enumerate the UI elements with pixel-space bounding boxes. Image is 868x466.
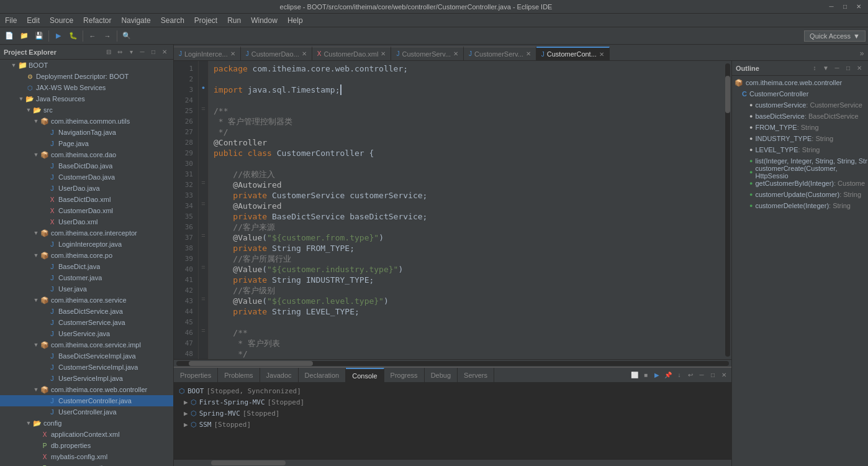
menu-project[interactable]: Project bbox=[189, 14, 222, 27]
console-clear-btn[interactable]: ⬜ bbox=[630, 370, 640, 380]
tree-item-dbprops[interactable]: P db.properties bbox=[0, 440, 173, 451]
outline-item-method-getbyid[interactable]: ● getCustomerById(Integer) : Custome bbox=[732, 178, 868, 189]
h-scroll-thumb[interactable] bbox=[189, 361, 313, 366]
tab-customerservimpl[interactable]: J CustomerServ... ✕ bbox=[464, 47, 536, 60]
tree-item-usercontroller[interactable]: J UserController.java bbox=[0, 406, 173, 418]
new-btn[interactable]: 📄 bbox=[2, 29, 16, 43]
run-btn[interactable]: ▶ bbox=[52, 29, 65, 43]
title-controls[interactable]: ─ □ ✕ bbox=[827, 2, 863, 11]
console-max-btn[interactable]: □ bbox=[708, 370, 718, 380]
tab-close-3[interactable]: ✕ bbox=[381, 50, 386, 57]
outline-item-method-create[interactable]: ● customerCreate(Customer, HttpSessio bbox=[732, 167, 868, 178]
outline-item-method-delete[interactable]: ● customerDelete(Integer) : String bbox=[732, 200, 868, 211]
bottom-tab-properties[interactable]: Properties bbox=[174, 368, 218, 383]
outline-item-pkg[interactable]: 📦 com.itheima.core.web.controller bbox=[732, 77, 868, 88]
tab-customerdaojava[interactable]: J CustomerDao... ✕ bbox=[241, 47, 312, 60]
outline-min-btn[interactable]: ─ bbox=[832, 63, 842, 73]
tab-overflow-btn[interactable]: » bbox=[856, 47, 868, 60]
tree-item-customerserviceimpl[interactable]: J CustomerServiceImpl.java bbox=[0, 362, 173, 373]
console-pin-btn[interactable]: 📌 bbox=[663, 370, 673, 380]
tab-logininterce[interactable]: J LoginInterce... ✕ bbox=[174, 47, 241, 60]
console-min-btn[interactable]: ─ bbox=[697, 370, 707, 380]
outline-item-method-update[interactable]: ● customerUpdate(Customer) : String bbox=[732, 189, 868, 200]
tree-item-customerservice[interactable]: J CustomerService.java bbox=[0, 317, 173, 328]
tree-item-pkg-utils[interactable]: ▼ 📦 com.itheima.common.utils bbox=[0, 116, 173, 127]
menu-source[interactable]: Source bbox=[45, 14, 78, 27]
bottom-tab-problems[interactable]: Problems bbox=[218, 368, 260, 383]
tree-item-pkg-interceptor[interactable]: ▼ 📦 com.itheima.core.interceptor bbox=[0, 227, 173, 239]
menu-edit[interactable]: Edit bbox=[22, 14, 45, 27]
outline-item-field-basedictservice[interactable]: ● baseDictService : BaseDictService bbox=[732, 111, 868, 122]
console-scroll-btn[interactable]: ↓ bbox=[674, 370, 684, 380]
tree-item-basedict[interactable]: J BaseDict.java bbox=[0, 261, 173, 272]
tree-item-pkg-po[interactable]: ▼ 📦 com.itheima.core.po bbox=[0, 250, 173, 261]
outline-item-field-customerservice[interactable]: ● customerService : CustomerService bbox=[732, 99, 868, 111]
code-editor-content[interactable]: package com.itheima.core.web.controller;… bbox=[209, 61, 724, 359]
console-run-btn[interactable]: ▶ bbox=[652, 370, 662, 380]
menu-navigate[interactable]: Navigate bbox=[116, 14, 155, 27]
tree-item-logininterceptor[interactable]: J LoginInterceptor.java bbox=[0, 239, 173, 250]
bottom-tab-servers[interactable]: Servers bbox=[458, 368, 494, 383]
tree-item-boot[interactable]: ▼ 📁 BOOT bbox=[0, 60, 173, 71]
bottom-h-thumb[interactable] bbox=[211, 460, 286, 465]
h-scroll-track[interactable] bbox=[176, 361, 729, 366]
tree-item-pkg-controller[interactable]: ▼ 📦 com.itheima.core.web.controller bbox=[0, 384, 173, 395]
bottom-tab-debug[interactable]: Debug bbox=[425, 368, 458, 383]
menu-help[interactable]: Help bbox=[283, 14, 308, 27]
open-btn[interactable]: 📁 bbox=[17, 29, 31, 43]
bottom-tab-progress[interactable]: Progress bbox=[384, 368, 425, 383]
tree-item-jax[interactable]: ⬡ JAX-WS Web Services bbox=[0, 82, 173, 93]
editor-v-scrollbar[interactable] bbox=[724, 61, 731, 359]
explorer-min-btn[interactable]: ─ bbox=[137, 47, 147, 57]
tree-item-deploy[interactable]: ⚙ Deployment Descriptor: BOOT bbox=[0, 71, 173, 82]
tree-item-pkg-service[interactable]: ▼ 📦 com.itheima.core.service bbox=[0, 295, 173, 306]
console-close-btn[interactable]: ✕ bbox=[719, 370, 729, 380]
editor-scroll-area[interactable]: 1 2 3 24 25 26 27 28 29 30 31 32 33 34 bbox=[174, 61, 731, 359]
tab-close-5[interactable]: ✕ bbox=[526, 50, 531, 57]
console-stop-btn[interactable]: ■ bbox=[641, 370, 651, 380]
outline-item-field-leveltype[interactable]: ● LEVEL_TYPE : String bbox=[732, 144, 868, 155]
save-btn[interactable]: 💾 bbox=[32, 29, 46, 43]
back-btn[interactable]: ← bbox=[86, 29, 99, 43]
tree-item-navtag[interactable]: J NavigationTag.java bbox=[0, 127, 173, 138]
console-content[interactable]: ⬡ BOOT [Stopped, Synchronized] ▶ ⬡ First… bbox=[174, 383, 731, 460]
outline-sort-btn[interactable]: ↕ bbox=[810, 63, 820, 73]
tree-item-basedictdao[interactable]: J BaseDictDao.java bbox=[0, 160, 173, 171]
minimize-btn[interactable]: ─ bbox=[827, 2, 836, 11]
tree-item-customerdaoxml[interactable]: X CustomerDao.xml bbox=[0, 205, 173, 216]
tree-item-pkg-impl[interactable]: ▼ 📦 com.itheima.core.service.impl bbox=[0, 339, 173, 350]
menu-file[interactable]: File bbox=[0, 14, 22, 27]
menu-refactor[interactable]: Refactor bbox=[78, 14, 116, 27]
close-btn[interactable]: ✕ bbox=[854, 2, 863, 11]
search-btn[interactable]: 🔍 bbox=[120, 29, 133, 43]
tab-close-1[interactable]: ✕ bbox=[230, 50, 235, 57]
tab-customerdaoxml[interactable]: X CustomerDao.xml ✕ bbox=[312, 47, 392, 60]
forward-btn[interactable]: → bbox=[101, 29, 114, 43]
explorer-tree[interactable]: ▼ 📁 BOOT ⚙ Deployment Descriptor: BOOT ⬡… bbox=[0, 60, 173, 466]
v-scroll-track[interactable] bbox=[725, 63, 730, 357]
outline-item-field-industrytype[interactable]: ● INDUSTRY_TYPE : String bbox=[732, 133, 868, 144]
tree-item-customerdao[interactable]: J CustomerDao.java bbox=[0, 171, 173, 183]
menu-run[interactable]: Run bbox=[222, 14, 246, 27]
maximize-btn[interactable]: □ bbox=[841, 2, 849, 11]
outline-filter-btn[interactable]: ▼ bbox=[821, 63, 831, 73]
bottom-h-scrollbar[interactable] bbox=[174, 460, 731, 466]
tree-item-config[interactable]: ▼ 📂 config bbox=[0, 418, 173, 429]
menu-search[interactable]: Search bbox=[156, 14, 189, 27]
bottom-tab-javadoc[interactable]: Javadoc bbox=[260, 368, 299, 383]
tree-item-appcontextxml[interactable]: X applicationContext.xml bbox=[0, 429, 173, 440]
tab-customercontroller[interactable]: J CustomerCont... ✕ bbox=[536, 47, 610, 60]
tab-customerservjava[interactable]: J CustomerServ... ✕ bbox=[391, 47, 464, 60]
menu-window[interactable]: Window bbox=[246, 14, 283, 27]
bottom-tab-declaration[interactable]: Declaration bbox=[299, 368, 346, 383]
collapse-all-btn[interactable]: ⊟ bbox=[104, 47, 114, 57]
bottom-tab-console[interactable]: Console bbox=[346, 368, 384, 383]
outline-item-class[interactable]: C CustomerController bbox=[732, 88, 868, 99]
tree-item-src[interactable]: ▼ 📂 src bbox=[0, 104, 173, 116]
editor-h-scrollbar[interactable] bbox=[174, 359, 731, 367]
outline-close-btn[interactable]: ✕ bbox=[854, 63, 864, 73]
explorer-max-btn[interactable]: □ bbox=[148, 47, 158, 57]
tree-item-userserviceimpl[interactable]: J UserServiceImpl.java bbox=[0, 373, 173, 384]
tree-item-resourceprops[interactable]: P resource.properties bbox=[0, 462, 173, 466]
outline-max-btn[interactable]: □ bbox=[843, 63, 853, 73]
